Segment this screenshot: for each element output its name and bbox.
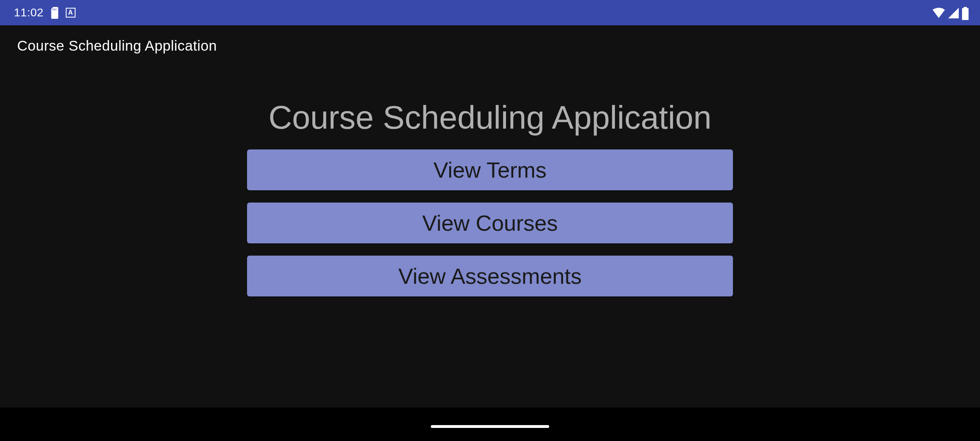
view-assessments-button[interactable]: View Assessments bbox=[247, 256, 733, 296]
status-bar: 11:02 A bbox=[0, 0, 980, 25]
button-stack: View Terms View Courses View Assessments bbox=[247, 149, 733, 296]
page-title: Course Scheduling Application bbox=[268, 99, 711, 136]
keyboard-icon: A bbox=[66, 8, 76, 18]
status-bar-right bbox=[933, 7, 969, 18]
app-bar-title: Course Scheduling Application bbox=[17, 38, 963, 54]
app-bar: Course Scheduling Application bbox=[0, 25, 980, 66]
navigation-handle[interactable] bbox=[431, 425, 549, 428]
view-terms-button[interactable]: View Terms bbox=[247, 149, 733, 190]
battery-icon bbox=[962, 7, 969, 18]
cellular-signal-icon bbox=[948, 8, 959, 18]
status-bar-left: 11:02 A bbox=[14, 6, 76, 19]
main-content: Course Scheduling Application View Terms… bbox=[0, 66, 980, 408]
status-time: 11:02 bbox=[14, 6, 44, 19]
view-courses-button[interactable]: View Courses bbox=[247, 203, 733, 243]
navigation-bar bbox=[0, 412, 980, 441]
sd-card-icon bbox=[50, 7, 59, 18]
wifi-icon bbox=[933, 8, 945, 18]
